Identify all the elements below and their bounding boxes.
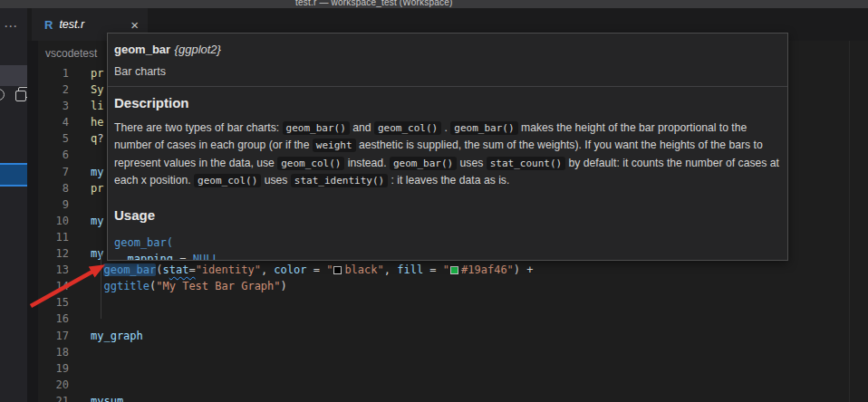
copy-icon[interactable] — [15, 91, 24, 100]
line-number: 10 — [38, 213, 69, 229]
usage-heading: Usage — [114, 207, 780, 223]
line-number: 21 — [38, 393, 69, 402]
code-line[interactable]: 15 — [38, 294, 868, 311]
code-token: " — [326, 263, 333, 276]
code-line[interactable]: 19 — [38, 360, 868, 377]
code-token: my_graph — [91, 330, 143, 342]
code-line[interactable]: 14 ggtitle("My Test Bar Graph") — [38, 278, 868, 294]
code-token: geom_bar( — [114, 236, 173, 249]
line-number: 5 — [38, 130, 69, 147]
code-token: , — [261, 263, 274, 276]
usage-code-line: mapping = NULL, — [114, 251, 780, 261]
line-number: 4 — [38, 114, 69, 130]
line-number: 3 — [38, 98, 69, 114]
window-title: test.r — workspace_test (Workspace) — [295, 0, 453, 7]
code-token: he — [91, 116, 103, 129]
code-token: "My Test Bar Graph" — [156, 280, 280, 292]
code-line[interactable]: 16 — [38, 311, 868, 327]
code-token: my — [91, 166, 103, 178]
color-swatch[interactable] — [333, 266, 342, 274]
code-line[interactable]: 17my_graph — [38, 328, 868, 344]
description-heading: Description — [114, 95, 780, 110]
code-token: tat — [169, 263, 189, 276]
inline-code-chip: geom_bar() — [390, 157, 457, 170]
code-token: black" — [344, 263, 383, 276]
code-token: ? — [97, 132, 103, 145]
code-token: #19af46" — [461, 263, 514, 276]
code-token: fill — [397, 263, 423, 276]
line-number: 19 — [38, 360, 69, 377]
line-number: 7 — [38, 164, 69, 180]
code-token: li — [91, 100, 103, 112]
vscode-window: test.r — workspace_test (Workspace) ⋯ R … — [0, 0, 868, 402]
description-text: There are two types of bar charts: geom_… — [114, 120, 785, 190]
line-number: 9 — [38, 196, 69, 213]
inline-code-chip: geom_bar() — [450, 121, 517, 135]
inline-code-chip: geom_col() — [277, 157, 344, 170]
window-title-bar: test.r — workspace_test (Workspace) — [0, 0, 868, 8]
code-line[interactable]: 21mysum — [38, 393, 868, 402]
code-token: my — [91, 215, 103, 227]
r-file-icon: R — [44, 18, 53, 32]
tab-label: test.r — [59, 18, 84, 31]
line-number: 18 — [38, 344, 69, 360]
code-token: "identity" — [196, 263, 261, 276]
inline-code-chip: geom_bar() — [283, 121, 350, 135]
code-token: Sy — [91, 83, 103, 96]
inline-code-chip: stat_identity() — [291, 174, 388, 187]
code-token: = — [423, 263, 443, 276]
line-number: 11 — [38, 229, 69, 245]
code-token: pr — [91, 67, 103, 80]
code-token: color — [274, 263, 306, 276]
code-text: my — [91, 213, 103, 229]
breadcrumb-folder[interactable]: vscodetest — [38, 47, 97, 60]
code-text: pr — [91, 65, 103, 81]
usage-code-line: geom_bar( — [114, 234, 780, 251]
code-text: he — [91, 114, 103, 130]
code-token: = — [173, 253, 193, 261]
code-line[interactable]: 13 geom_bar(stat="identity", color = "bl… — [38, 262, 868, 278]
code-text: my — [91, 164, 103, 180]
code-token: = — [306, 263, 326, 276]
line-number: 20 — [38, 377, 69, 393]
code-text: li — [91, 98, 103, 114]
code-text: my_graph — [91, 328, 143, 344]
inline-code-chip: geom_col() — [374, 121, 441, 135]
line-number: 8 — [38, 180, 69, 196]
tooltip-body: Description There are two types of bar c… — [108, 87, 787, 261]
code-token: pr — [91, 182, 103, 195]
inline-code-chip: weight — [313, 139, 356, 152]
close-tab-icon[interactable]: × — [130, 18, 139, 32]
more-actions-icon[interactable]: ⋯ — [4, 18, 19, 34]
tooltip-header: geom_bar {ggplot2} Bar charts — [108, 34, 787, 87]
tooltip-subtitle: Bar charts — [114, 65, 780, 78]
code-text: geom_bar(stat="identity", color = "black… — [91, 262, 534, 278]
code-token — [114, 253, 127, 261]
code-line[interactable]: 18 — [38, 344, 868, 360]
annotation-arrow — [16, 256, 116, 314]
code-token: ) + — [514, 263, 534, 276]
code-text: pr — [91, 180, 103, 196]
color-swatch[interactable] — [450, 266, 458, 274]
code-token: ) — [281, 280, 287, 292]
code-token: " — [443, 263, 449, 276]
tooltip-title: geom_bar — [114, 43, 170, 56]
inline-code-chip: geom_col() — [194, 174, 261, 187]
code-token: s — [162, 263, 169, 276]
circle-icon — [0, 89, 5, 100]
line-number: 17 — [38, 328, 69, 344]
code-line[interactable]: 20 — [38, 377, 868, 393]
hover-tooltip[interactable]: geom_bar {ggplot2} Bar charts Descriptio… — [107, 33, 788, 261]
line-number: 6 — [38, 147, 69, 163]
usage-code: geom_bar( mapping = NULL, — [114, 234, 780, 261]
code-text: ggtitle("My Test Bar Graph") — [91, 278, 287, 294]
left-panel: ⋯ — [0, 8, 27, 402]
code-text: mysum — [91, 393, 123, 402]
code-token: = — [188, 263, 195, 276]
inline-code-chip: stat_count() — [487, 157, 565, 170]
code-token: NULL — [193, 253, 219, 261]
code-text: q? — [91, 130, 103, 147]
panel-divider — [27, 8, 38, 402]
code-token: mysum — [91, 395, 123, 402]
line-number: 1 — [38, 65, 69, 81]
